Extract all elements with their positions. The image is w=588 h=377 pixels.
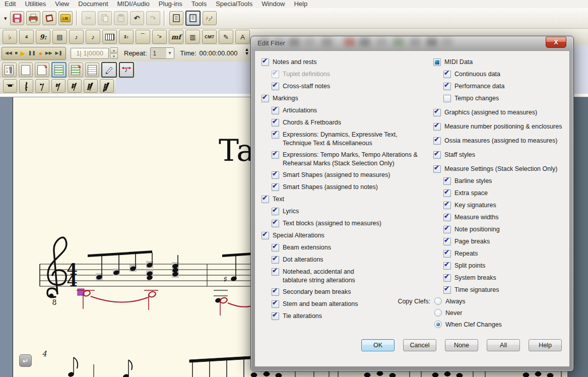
grid-redirect-button[interactable]: ↘	[35, 62, 49, 77]
page-view-button[interactable]	[185, 11, 201, 26]
document-page-button[interactable]	[85, 62, 100, 77]
playback-position-field[interactable]: 1| 1|0000	[71, 48, 109, 59]
checkbox-checked[interactable]	[443, 177, 451, 185]
checkbox-checked[interactable]	[433, 137, 441, 145]
print-button[interactable]	[26, 11, 40, 25]
whole-rest-button[interactable]	[3, 79, 17, 93]
checkbox-checked[interactable]	[443, 71, 451, 78]
checkbox-checked[interactable]	[262, 58, 269, 66]
eighth-rest-button[interactable]	[35, 79, 49, 93]
smart-shape-tool-button[interactable]: ⌒	[136, 30, 150, 44]
green-page-view-button[interactable]	[51, 62, 67, 78]
hyperscribe-tool-button[interactable]	[102, 30, 117, 44]
checkbox-checked[interactable]	[272, 83, 279, 90]
checkbox-checked[interactable]	[433, 123, 441, 131]
close-button[interactable]: X	[546, 37, 566, 48]
checkbox-checked[interactable]	[272, 107, 279, 114]
menu-item-edit[interactable]: Edit	[0, 0, 20, 8]
checkbox-checked[interactable]	[443, 83, 451, 90]
checkbox-checked[interactable]	[443, 190, 451, 197]
sixteenth-rest-button[interactable]	[51, 79, 66, 93]
tempo-spinner[interactable]: ▲▼	[244, 49, 249, 57]
measure-tool-button[interactable]: ▤	[52, 30, 67, 44]
ok-button[interactable]: OK	[361, 339, 395, 351]
radio-selected[interactable]	[434, 321, 442, 328]
scroll-view-button[interactable]	[169, 11, 183, 25]
checkbox-checked[interactable]	[272, 288, 279, 296]
checkbox-checked[interactable]	[443, 202, 451, 209]
menu-item-plug-ins[interactable]: Plug-ins	[154, 0, 187, 8]
menu-item-view[interactable]: View	[50, 0, 74, 8]
checkbox-checked[interactable]	[272, 256, 279, 264]
checkbox-checked[interactable]	[272, 131, 279, 139]
onetwentyeighth-rest-button[interactable]	[100, 79, 114, 93]
menu-item-window[interactable]: Window	[257, 0, 289, 8]
checkbox-checked[interactable]	[272, 171, 279, 179]
help-button[interactable]: Help	[529, 339, 562, 351]
checkbox-checked[interactable]	[272, 183, 279, 191]
studio-view-button[interactable]: ♪♪♪	[203, 11, 217, 25]
lyrics-tool-button[interactable]: ✎	[219, 30, 233, 44]
tuplet-tool-button[interactable]: 3♪	[119, 30, 134, 44]
checkbox-checked[interactable]	[443, 238, 451, 245]
checkbox-checked[interactable]	[272, 268, 279, 276]
key-signature-tool-button[interactable]: ♭	[3, 30, 17, 44]
cancel-button[interactable]: Cancel	[403, 339, 436, 351]
checkbox-checked[interactable]	[262, 196, 269, 203]
rewind-button[interactable]: ◀◀	[5, 51, 12, 55]
checkbox-checked[interactable]	[272, 208, 279, 215]
checkbox-checked[interactable]	[272, 312, 279, 320]
all-button[interactable]: All	[487, 339, 520, 351]
menu-item-utilities[interactable]: Utilities	[20, 0, 50, 8]
menu-item-help[interactable]: Help	[289, 0, 312, 8]
menu-item-document[interactable]: Document	[74, 0, 112, 8]
checkbox-checked[interactable]	[443, 274, 451, 282]
menu-item-tools[interactable]: Tools	[187, 0, 211, 8]
checkbox-indeterminate[interactable]	[433, 58, 441, 66]
checkbox-checked[interactable]	[443, 262, 451, 270]
radio-unselected[interactable]	[434, 297, 442, 305]
none-button[interactable]: None	[445, 339, 478, 351]
speedy-entry-tool-button[interactable]: ♪	[86, 30, 100, 44]
checkbox-checked[interactable]	[443, 250, 451, 258]
checkbox-checked[interactable]	[433, 165, 441, 173]
time-signature-tool-button[interactable]: 4	[19, 30, 34, 44]
checkbox-checked[interactable]	[272, 244, 279, 252]
to-end-button[interactable]: ▶❚	[55, 51, 62, 55]
articulation-tool-button[interactable]: ˘>	[152, 30, 167, 44]
checkbox-checked[interactable]	[262, 232, 269, 239]
menu-item-midi-audio[interactable]: MIDI/Audio	[113, 0, 154, 8]
redo-button[interactable]: ↷	[146, 11, 160, 25]
text-tool-button[interactable]: A	[235, 30, 250, 44]
record-button[interactable]: ●	[39, 50, 42, 56]
simple-entry-tool-button[interactable]: ♪	[69, 30, 84, 44]
save-button[interactable]	[10, 11, 24, 25]
clef-tool-button[interactable]: 9:	[36, 30, 50, 44]
dialog-title-bar[interactable]: Edit Filter	[251, 36, 573, 50]
checkbox-checked[interactable]	[272, 119, 279, 127]
fast-forward-button[interactable]: ▶▶	[45, 51, 52, 55]
radio-unselected[interactable]	[434, 309, 442, 317]
thirtysecond-rest-button[interactable]	[68, 79, 82, 93]
library-button[interactable]: LIB	[58, 11, 73, 25]
checkbox-checked[interactable]	[272, 220, 279, 227]
checkbox-checked[interactable]	[272, 300, 279, 308]
edit-page-button[interactable]	[101, 62, 117, 78]
copy-button[interactable]	[98, 11, 112, 25]
undo-button[interactable]: ↶	[130, 11, 144, 25]
chord-tool-button[interactable]: CM7	[202, 30, 217, 44]
sixtyfourth-rest-button[interactable]	[84, 79, 98, 93]
toolbar-overflow-icon[interactable]: ▾	[4, 15, 7, 22]
checkbox-checked[interactable]	[433, 109, 441, 116]
checkbox-checked[interactable]	[443, 214, 451, 221]
stop-button[interactable]: ■	[15, 51, 18, 55]
checkbox-checked[interactable]	[433, 151, 441, 159]
spinner-up-icon[interactable]: ▲	[110, 47, 118, 53]
checkbox-unchecked[interactable]	[443, 95, 451, 102]
grid-view-button[interactable]	[19, 62, 33, 77]
spinner-down-icon[interactable]: ▼	[244, 53, 249, 57]
pause-button[interactable]: ❚❚	[28, 51, 36, 55]
play-button[interactable]: ▶	[21, 50, 25, 56]
paste-button[interactable]	[114, 11, 128, 25]
quarter-rest-button[interactable]	[19, 79, 33, 93]
